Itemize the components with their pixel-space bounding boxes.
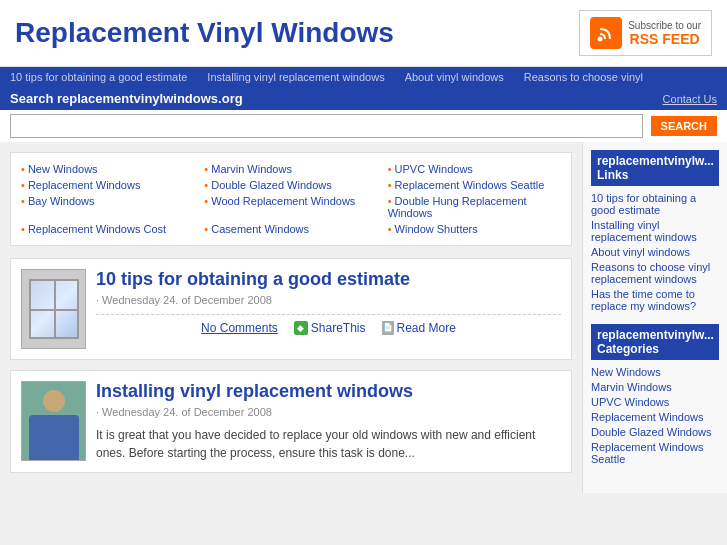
window-icon bbox=[29, 279, 79, 339]
share-label: ShareThis bbox=[311, 321, 366, 335]
sidebar-link-2[interactable]: About vinyl windows bbox=[591, 246, 719, 258]
rss-text: Subscribe to our RSS FEED bbox=[628, 20, 701, 47]
article-2: Installing vinyl replacement windows · W… bbox=[10, 370, 572, 473]
link-shutters[interactable]: Window Shutters bbox=[388, 223, 561, 235]
article-1-content: 10 tips for obtaining a good estimate · … bbox=[96, 269, 561, 349]
links-grid: New Windows Marvin Windows UPVC Windows … bbox=[21, 163, 561, 235]
sidebar-categories-section: replacementvinylw... Categories New Wind… bbox=[591, 324, 719, 465]
link-casement[interactable]: Casement Windows bbox=[204, 223, 377, 235]
link-replacement-windows[interactable]: Replacement Windows bbox=[21, 179, 194, 191]
svg-point-1 bbox=[598, 37, 603, 42]
sidebar-cat-4[interactable]: Double Glazed Windows bbox=[591, 426, 719, 438]
sidebar-link-4[interactable]: Has the time come to replace my windows? bbox=[591, 288, 719, 312]
page-header: Replacement Vinyl Windows Subscribe to o… bbox=[0, 0, 727, 67]
link-double-glazed[interactable]: Double Glazed Windows bbox=[204, 179, 377, 191]
sidebar: replacementvinylw... Links 10 tips for o… bbox=[582, 142, 727, 493]
nav-item-2[interactable]: About vinyl windows bbox=[405, 71, 504, 83]
search-row: SEARCH bbox=[0, 110, 727, 142]
site-title: Replacement Vinyl Windows bbox=[15, 17, 394, 49]
article-1: 10 tips for obtaining a good estimate · … bbox=[10, 258, 572, 360]
link-replacement-cost[interactable]: Replacement Windows Cost bbox=[21, 223, 194, 235]
read-more-label: Read More bbox=[397, 321, 456, 335]
sidebar-categories-title: replacementvinylw... Categories bbox=[591, 324, 719, 360]
sidebar-link-3[interactable]: Reasons to choose vinyl replacement wind… bbox=[591, 261, 719, 285]
link-replacement-seattle[interactable]: Replacement Windows Seattle bbox=[388, 179, 561, 191]
doc-icon: 📄 bbox=[382, 321, 394, 335]
article-2-thumb bbox=[21, 381, 86, 461]
link-bay-windows[interactable]: Bay Windows bbox=[21, 195, 194, 219]
no-comments-link[interactable]: No Comments bbox=[201, 321, 278, 335]
search-label: Search replacementvinylwindows.org bbox=[10, 91, 243, 106]
sidebar-cat-2[interactable]: UPVC Windows bbox=[591, 396, 719, 408]
sidebar-links-title: replacementvinylw... Links bbox=[591, 150, 719, 186]
nav-item-0[interactable]: 10 tips for obtaining a good estimate bbox=[10, 71, 187, 83]
article-2-date: · Wednesday 24. of December 2008 bbox=[96, 406, 561, 418]
nav-item-1[interactable]: Installing vinyl replacement windows bbox=[207, 71, 384, 83]
sidebar-links-section: replacementvinylw... Links 10 tips for o… bbox=[591, 150, 719, 312]
article-2-title[interactable]: Installing vinyl replacement windows bbox=[96, 381, 561, 402]
article-2-content: Installing vinyl replacement windows · W… bbox=[96, 381, 561, 462]
nav-bar: 10 tips for obtaining a good estimate In… bbox=[0, 67, 727, 87]
rss-icon bbox=[590, 17, 622, 49]
search-input[interactable] bbox=[10, 114, 643, 138]
sidebar-cat-5[interactable]: Replacement Windows Seattle bbox=[591, 441, 719, 465]
link-double-hung[interactable]: Double Hung Replacement Windows bbox=[388, 195, 561, 219]
article-2-body: It is great that you have decided to rep… bbox=[96, 426, 561, 462]
article-1-actions: No Comments ◆ ShareThis 📄 Read More bbox=[96, 321, 561, 335]
link-new-windows[interactable]: New Windows bbox=[21, 163, 194, 175]
sidebar-cat-3[interactable]: Replacement Windows bbox=[591, 411, 719, 423]
links-box: New Windows Marvin Windows UPVC Windows … bbox=[10, 152, 572, 246]
sidebar-cat-0[interactable]: New Windows bbox=[591, 366, 719, 378]
article-1-title[interactable]: 10 tips for obtaining a good estimate bbox=[96, 269, 561, 290]
share-icon: ◆ bbox=[294, 321, 308, 335]
sidebar-cat-1[interactable]: Marvin Windows bbox=[591, 381, 719, 393]
search-button[interactable]: SEARCH bbox=[651, 116, 717, 136]
rss-block[interactable]: Subscribe to our RSS FEED bbox=[579, 10, 712, 56]
contact-link[interactable]: Contact Us bbox=[663, 93, 717, 105]
content-area: New Windows Marvin Windows UPVC Windows … bbox=[0, 142, 582, 493]
sidebar-link-0[interactable]: 10 tips for obtaining a good estimate bbox=[591, 192, 719, 216]
search-bar: Search replacementvinylwindows.org Conta… bbox=[0, 87, 727, 110]
read-more-link[interactable]: 📄 Read More bbox=[382, 321, 456, 335]
article-1-date: · Wednesday 24. of December 2008 bbox=[96, 294, 561, 306]
article-1-thumb bbox=[21, 269, 86, 349]
link-upvc-windows[interactable]: UPVC Windows bbox=[388, 163, 561, 175]
link-wood-replacement[interactable]: Wood Replacement Windows bbox=[204, 195, 377, 219]
link-marvin-windows[interactable]: Marvin Windows bbox=[204, 163, 377, 175]
main-layout: New Windows Marvin Windows UPVC Windows … bbox=[0, 142, 727, 493]
share-link[interactable]: ◆ ShareThis bbox=[294, 321, 366, 335]
sidebar-link-1[interactable]: Installing vinyl replacement windows bbox=[591, 219, 719, 243]
article-1-divider bbox=[96, 314, 561, 315]
nav-item-3[interactable]: Reasons to choose vinyl bbox=[524, 71, 643, 83]
